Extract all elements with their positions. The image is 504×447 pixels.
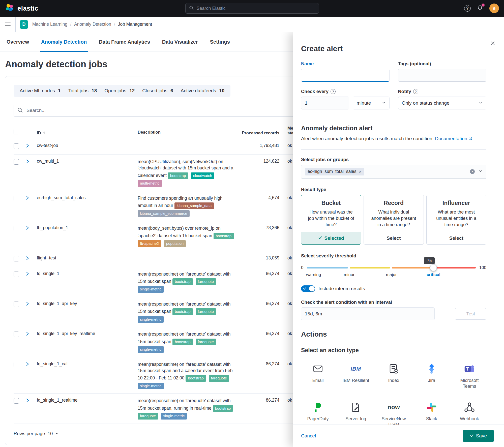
job-description: mean(responsetime) on 'farequote' datase… [138, 361, 241, 390]
row-checkbox[interactable] [14, 159, 19, 165]
row-checkbox[interactable] [14, 362, 19, 367]
column-header-description: Description [138, 129, 241, 135]
global-search-input[interactable] [197, 6, 315, 11]
job-tag: farequote [196, 278, 216, 285]
expand-row-icon[interactable] [25, 302, 30, 307]
severity-slider[interactable]: 75 [307, 267, 476, 269]
connector-server-log[interactable]: Server log [339, 401, 373, 425]
severity-threshold-label: Select severity threshold [301, 253, 486, 259]
connector-servicenow-itsm[interactable]: now ServiceNow ITSM [377, 401, 410, 425]
expand-row-icon[interactable] [25, 272, 30, 277]
tab-data-frame-analytics[interactable]: Data Frame Analytics [98, 39, 151, 52]
stat-active-datafeeds: Active datafeeds:10 [181, 88, 225, 94]
row-checkbox[interactable] [14, 332, 19, 337]
include-interim-toggle[interactable] [301, 285, 315, 292]
job-records: 13,059 [241, 255, 281, 261]
expand-row-icon[interactable] [25, 256, 30, 261]
expand-row-icon[interactable] [25, 362, 30, 367]
influencer-select-button[interactable]: Select [427, 232, 486, 244]
help-icon[interactable]: ? [413, 89, 418, 94]
newsfeed-button[interactable] [477, 5, 483, 12]
user-avatar[interactable]: e [489, 4, 499, 13]
row-checkbox[interactable] [14, 143, 19, 149]
alert-tags-input[interactable] [398, 69, 487, 82]
tick-minor[interactable]: minor [344, 272, 354, 277]
row-checkbox[interactable] [14, 272, 19, 277]
result-type-influencer-card[interactable]: Influencer What are the most unusual ent… [426, 195, 486, 245]
tab-settings[interactable]: Settings [209, 39, 231, 52]
alert-name-input[interactable] [301, 69, 390, 82]
test-button[interactable]: Test [455, 308, 486, 320]
cancel-button[interactable]: Cancel [301, 433, 316, 439]
job-records: 86,274 [241, 331, 281, 336]
tick-critical[interactable]: critical [427, 272, 440, 277]
tab-anomaly-detection[interactable]: Anomaly Detection [40, 39, 88, 52]
select-all-checkbox[interactable] [14, 129, 19, 134]
save-button[interactable]: Save [463, 430, 494, 442]
job-tag: cloudwatch [191, 172, 214, 179]
connector-email[interactable]: Email [301, 362, 335, 389]
slider-handle[interactable] [430, 264, 437, 271]
flyout-title: Create alert [301, 44, 486, 53]
result-type-bucket-card[interactable]: Bucket How unusual was the job within th… [301, 195, 361, 245]
connector-index[interactable]: Index [377, 362, 410, 389]
notification-dot [482, 4, 485, 7]
connector-microsoft-teams[interactable]: Microsoft Teams [453, 362, 486, 389]
email-icon [312, 362, 324, 375]
tick-warning[interactable]: warning [306, 272, 321, 277]
server-log-icon [350, 401, 361, 414]
job-description: mean(responsetime) on 'farequote' datase… [138, 331, 241, 353]
breadcrumb-machine-learning[interactable]: Machine Learning [32, 22, 67, 27]
job-description: mean(body_sent.bytes) over remote_ip on … [138, 225, 241, 247]
actions-title: Actions [301, 330, 486, 338]
chevron-down-icon[interactable] [478, 169, 483, 174]
expand-row-icon[interactable] [25, 332, 30, 337]
slider-min-label: 0 [301, 265, 303, 270]
row-checkbox[interactable] [14, 196, 19, 201]
row-checkbox[interactable] [14, 302, 19, 307]
connector-slack[interactable]: Slack [415, 401, 449, 425]
remove-chip-icon[interactable]: ✕ [359, 170, 362, 174]
jobs-groups-combobox[interactable]: ec-high_sum_total_sales ✕ ✕ [301, 165, 486, 179]
external-link-icon [468, 135, 472, 142]
record-select-button[interactable]: Select [364, 232, 423, 244]
jobs-stats-bar: Active ML nodes:1 Total jobs:18 Open job… [14, 85, 230, 97]
row-checkbox[interactable] [14, 398, 19, 404]
tab-data-visualizer[interactable]: Data Visualizer [161, 39, 199, 52]
notify-select[interactable]: Only on status change [398, 97, 487, 109]
check-every-value-input[interactable] [301, 97, 349, 109]
tab-overview[interactable]: Overview [6, 39, 30, 52]
help-menu-button[interactable]: ? [464, 5, 471, 12]
expand-row-icon[interactable] [25, 144, 30, 149]
servicenow-icon: now [388, 401, 400, 414]
brand-name: elastic [17, 5, 38, 12]
expand-row-icon[interactable] [25, 226, 30, 231]
connector-ibm-resilient[interactable]: IBM IBM Resilient [339, 362, 373, 389]
space-avatar[interactable]: D [20, 20, 28, 29]
column-header-id[interactable]: ID [37, 131, 138, 135]
global-search[interactable] [185, 3, 319, 14]
expand-row-icon[interactable] [25, 160, 30, 165]
connector-pagerduty[interactable]: PagerDuty [301, 401, 335, 425]
elastic-home-link[interactable]: elastic [5, 3, 38, 13]
check-every-unit-select[interactable]: minute [353, 97, 389, 109]
close-icon[interactable] [490, 41, 495, 47]
chevron-down-icon [382, 100, 386, 106]
connector-webhook[interactable]: Webhook [453, 401, 486, 425]
row-checkbox[interactable] [14, 226, 19, 231]
expand-row-icon[interactable] [25, 399, 30, 404]
check-icon [303, 287, 306, 290]
section-description: Alert when anomaly detection jobs result… [301, 136, 434, 141]
tick-major[interactable]: major [386, 272, 397, 277]
interval-input[interactable] [301, 307, 435, 320]
nav-menu-button[interactable] [0, 17, 16, 32]
bucket-selected-state[interactable]: Selected [301, 232, 361, 244]
documentation-link[interactable]: Documentation [435, 135, 472, 142]
help-icon[interactable]: ? [331, 89, 336, 94]
breadcrumb-anomaly-detection[interactable]: Anomaly Detection [74, 22, 111, 27]
connector-jira[interactable]: Jira [415, 362, 449, 389]
clear-selection-icon[interactable]: ✕ [470, 169, 475, 174]
result-type-record-card[interactable]: Record What individual anomalies are pre… [364, 195, 424, 245]
row-checkbox[interactable] [14, 256, 19, 261]
expand-row-icon[interactable] [25, 196, 30, 201]
